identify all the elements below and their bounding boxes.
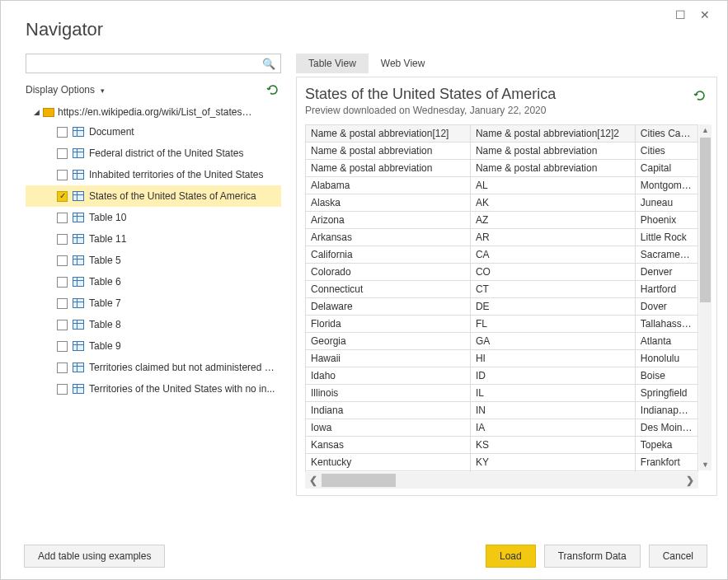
- tree-item-label: Table 5: [89, 255, 121, 266]
- table-row[interactable]: Name & postal abbreviationName & postal …: [306, 143, 698, 160]
- vertical-scrollbar[interactable]: ▲ ▼: [699, 124, 712, 470]
- tree-root-label: https://en.wikipedia.org/wiki/List_of_st…: [58, 106, 256, 118]
- tree-root[interactable]: ◢ https://en.wikipedia.org/wiki/List_of_…: [26, 103, 281, 121]
- table-row[interactable]: ArkansasARLittle Rock: [306, 229, 698, 246]
- table-row[interactable]: Name & postal abbreviationName & postal …: [306, 160, 698, 177]
- table-row[interactable]: ConnecticutCTHartford: [306, 281, 698, 298]
- transform-data-button[interactable]: Transform Data: [544, 545, 641, 568]
- cell: Arkansas: [306, 229, 471, 246]
- table-row[interactable]: GeorgiaGAAtlanta: [306, 333, 698, 350]
- checkbox[interactable]: [57, 384, 68, 395]
- tree-item[interactable]: Federal district of the United States: [26, 143, 281, 164]
- checkbox[interactable]: [57, 255, 68, 266]
- horizontal-scrollbar[interactable]: ❮ ❯: [305, 472, 698, 489]
- table-row[interactable]: AlabamaALMontgomery: [306, 177, 698, 194]
- cell: IN: [470, 402, 635, 419]
- column-header[interactable]: Name & postal abbreviation[12]2: [470, 125, 635, 143]
- checkbox[interactable]: [57, 148, 68, 159]
- cell: AZ: [470, 212, 635, 229]
- column-header[interactable]: Name & postal abbreviation[12]: [306, 125, 471, 143]
- tree-item-label: Document: [89, 126, 134, 138]
- tree-item[interactable]: Table 10: [26, 207, 281, 228]
- scroll-right-icon[interactable]: ❯: [682, 475, 698, 486]
- scroll-up-icon[interactable]: ▲: [702, 124, 709, 136]
- checkbox[interactable]: [57, 213, 68, 223]
- cell: Topeka: [635, 437, 697, 454]
- table-row[interactable]: FloridaFLTallahassee: [306, 316, 698, 333]
- checkbox[interactable]: [57, 191, 68, 202]
- tree-item[interactable]: Table 5: [26, 250, 281, 271]
- table-row[interactable]: IowaIADes Moines: [306, 419, 698, 437]
- tree-item[interactable]: Territories of the United States with no…: [26, 378, 281, 400]
- table-row[interactable]: ColoradoCODenver: [306, 264, 698, 281]
- chevron-down-icon: ▾: [101, 87, 105, 95]
- checkbox[interactable]: [57, 127, 68, 138]
- table-row[interactable]: KansasKSTopeka: [306, 437, 698, 454]
- tree-item-label: Inhabited territories of the United Stat…: [89, 169, 263, 180]
- search-icon[interactable]: 🔍: [262, 58, 275, 70]
- checkbox[interactable]: [57, 341, 68, 352]
- refresh-icon[interactable]: [266, 83, 279, 96]
- navigator-tree: ◢ https://en.wikipedia.org/wiki/List_of_…: [26, 103, 281, 400]
- table-row[interactable]: DelawareDEDover: [306, 298, 698, 316]
- cell: IA: [470, 419, 635, 437]
- table-icon: [73, 362, 84, 372]
- table-row[interactable]: HawaiiHIHonolulu: [306, 350, 698, 367]
- cell: Dover: [635, 298, 697, 316]
- close-icon[interactable]: ✕: [699, 9, 711, 21]
- preview-grid: Name & postal abbreviation[12]Name & pos…: [305, 124, 698, 489]
- scroll-thumb[interactable]: [700, 138, 711, 302]
- tree-item[interactable]: Table 11: [26, 228, 281, 250]
- cell: Honolulu: [635, 350, 697, 367]
- tree-item[interactable]: Table 7: [26, 292, 281, 314]
- table-row[interactable]: CaliforniaCASacramento: [306, 246, 698, 264]
- cell: Phoenix: [635, 212, 697, 229]
- tree-item[interactable]: Table 8: [26, 314, 281, 335]
- table-row[interactable]: IdahoIDBoise: [306, 367, 698, 385]
- checkbox[interactable]: [57, 277, 68, 288]
- cell: Florida: [306, 316, 471, 333]
- tree-item-label: Table 10: [89, 212, 126, 223]
- cell: Illinois: [306, 385, 471, 402]
- tab-table-view[interactable]: Table View: [296, 54, 369, 73]
- tree-item[interactable]: Document: [26, 121, 281, 143]
- tree-item-label: Territories claimed but not administered…: [89, 362, 278, 373]
- tree-item[interactable]: Table 9: [26, 335, 281, 357]
- search-input[interactable]: [31, 57, 262, 70]
- add-table-button[interactable]: Add table using examples: [24, 545, 165, 568]
- scroll-left-icon[interactable]: ❮: [305, 475, 322, 486]
- column-header[interactable]: Cities Capital: [635, 125, 697, 143]
- tree-item-label: Table 9: [89, 340, 121, 352]
- tree-item[interactable]: States of the United States of America: [26, 185, 281, 207]
- table-row[interactable]: AlaskaAKJuneau: [306, 194, 698, 212]
- dialog-title: Navigator: [26, 19, 103, 40]
- checkbox[interactable]: [57, 320, 68, 330]
- display-options-dropdown[interactable]: Display Options ▾: [26, 84, 105, 96]
- cell: Sacramento: [635, 246, 697, 264]
- tree-item[interactable]: Inhabited territories of the United Stat…: [26, 164, 281, 185]
- table-row[interactable]: ArizonaAZPhoenix: [306, 212, 698, 229]
- scroll-down-icon[interactable]: ▼: [702, 459, 709, 470]
- checkbox[interactable]: [57, 170, 68, 180]
- tab-web-view[interactable]: Web View: [369, 54, 438, 73]
- tree-item[interactable]: Territories claimed but not administered…: [26, 357, 281, 378]
- table-row[interactable]: IllinoisILSpringfield: [306, 385, 698, 402]
- checkbox[interactable]: [57, 362, 68, 373]
- checkbox[interactable]: [57, 298, 68, 309]
- cell: AK: [470, 194, 635, 212]
- cell: CO: [470, 264, 635, 281]
- refresh-preview-icon[interactable]: [693, 89, 707, 102]
- maximize-icon[interactable]: ☐: [674, 9, 686, 21]
- checkbox[interactable]: [57, 234, 68, 245]
- cell: Arizona: [306, 212, 471, 229]
- cell: Kansas: [306, 437, 471, 454]
- cell: DE: [470, 298, 635, 316]
- cancel-button[interactable]: Cancel: [649, 545, 707, 568]
- tree-item[interactable]: Table 6: [26, 271, 281, 292]
- table-row[interactable]: KentuckyKYFrankfort: [306, 454, 698, 471]
- search-input-container[interactable]: 🔍: [26, 54, 281, 73]
- load-button[interactable]: Load: [486, 545, 536, 568]
- table-row[interactable]: IndianaINIndianapolis: [306, 402, 698, 419]
- collapse-icon[interactable]: ◢: [34, 108, 40, 116]
- hscroll-thumb[interactable]: [322, 474, 396, 487]
